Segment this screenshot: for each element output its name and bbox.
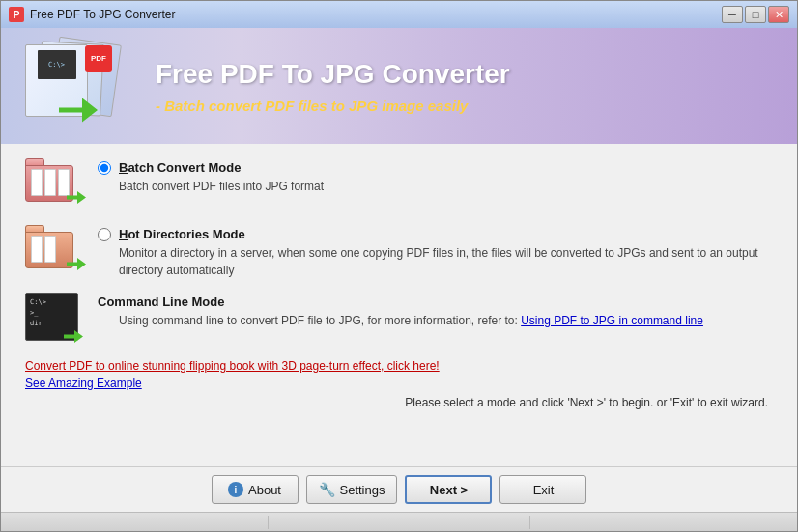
batch-mode-header: Batch Convert Mode — [98, 160, 773, 175]
settings-button[interactable]: 🔧 Settings — [306, 475, 398, 504]
status-bar — [1, 512, 797, 531]
folder-pages-hot — [31, 236, 56, 263]
status-message: Please select a mode and click 'Next >' … — [25, 396, 773, 409]
folder-pages — [31, 169, 70, 196]
app-logo: C:\> PDF — [20, 41, 136, 132]
about-button[interactable]: i About — [212, 475, 299, 504]
folder-icon-batch — [25, 158, 78, 202]
hot-mode-item: Hot Directories Mode Monitor a directory… — [25, 225, 773, 279]
status-pane-3 — [530, 516, 792, 529]
batch-mode-desc: Batch convert PDF files into JPG format — [119, 178, 773, 195]
hot-mode-icon — [25, 225, 83, 278]
cmdline-mode-title: Command Line Mode — [98, 294, 224, 309]
hot-mode-content: Hot Directories Mode Monitor a directory… — [98, 225, 773, 279]
hot-mode-desc: Monitor a directory in a server, when so… — [119, 244, 773, 279]
batch-mode-item: Batch Convert Mode Batch convert PDF fil… — [25, 158, 773, 211]
next-button[interactable]: Next > — [405, 475, 492, 504]
batch-mode-icon — [25, 158, 83, 211]
cmdline-mode-header: Command Line Mode — [98, 294, 773, 309]
cmdline-mode-item: C:\> >_ dir Command Line Mode Using comm… — [25, 293, 773, 346]
app-title: Free PDF To JPG Converter — [156, 59, 510, 90]
logo-page-front: C:\> — [25, 44, 88, 117]
promo-link[interactable]: Convert PDF to online stunning flipping … — [25, 359, 773, 373]
link-area: Convert PDF to online stunning flipping … — [25, 359, 773, 390]
hot-mode-header: Hot Directories Mode — [98, 227, 773, 241]
exit-button[interactable]: Exit — [499, 475, 586, 504]
window-title: Free PDF To JPG Converter — [30, 8, 722, 21]
example-link[interactable]: See Amazing Example — [25, 377, 142, 390]
hot-mode-radio[interactable] — [98, 228, 111, 241]
content-area: Batch Convert Mode Batch convert PDF fil… — [1, 144, 797, 466]
terminal-icon: C:\> >_ dir — [25, 293, 78, 341]
header: C:\> PDF Free PDF To JPG Converter - Bat… — [1, 28, 797, 144]
cmdline-mode-desc: Using command line to convert PDF file t… — [119, 312, 773, 329]
cmd-link[interactable]: Using PDF to JPG in command line — [521, 314, 703, 327]
info-icon: i — [228, 482, 243, 497]
terminal-text: C:\> >_ dir — [30, 297, 46, 330]
batch-mode-content: Batch Convert Mode Batch convert PDF fil… — [98, 158, 773, 195]
terminal-arrow — [64, 330, 83, 343]
status-pane-1 — [6, 516, 269, 529]
close-button[interactable]: ✕ — [768, 6, 789, 23]
app-subtitle: - Batch convert PDF files to JPG image e… — [156, 98, 510, 114]
batch-mode-title: Batch Convert Mode — [119, 160, 241, 175]
hot-mode-title: Hot Directories Mode — [119, 227, 245, 241]
pdf-icon: PDF — [85, 45, 112, 72]
app-icon: P — [9, 7, 24, 22]
status-pane-2 — [269, 516, 531, 529]
folder-icon-hot — [25, 225, 78, 268]
app-window: P Free PDF To JPG Converter ─ □ ✕ C:\> — [0, 0, 798, 532]
cmdline-mode-content: Command Line Mode Using command line to … — [98, 293, 773, 329]
minimize-button[interactable]: ─ — [722, 6, 743, 23]
cmdline-mode-icon: C:\> >_ dir — [25, 293, 83, 346]
footer: i About 🔧 Settings Next > Exit — [1, 466, 797, 512]
folder-body — [25, 165, 73, 202]
wrench-icon: 🔧 — [319, 482, 335, 497]
batch-mode-radio[interactable] — [98, 161, 111, 175]
title-bar: P Free PDF To JPG Converter ─ □ ✕ — [1, 1, 797, 28]
window-controls: ─ □ ✕ — [722, 6, 789, 23]
header-text: Free PDF To JPG Converter - Batch conver… — [156, 59, 510, 114]
maximize-button[interactable]: □ — [745, 6, 766, 23]
folder-body-hot — [25, 232, 73, 268]
